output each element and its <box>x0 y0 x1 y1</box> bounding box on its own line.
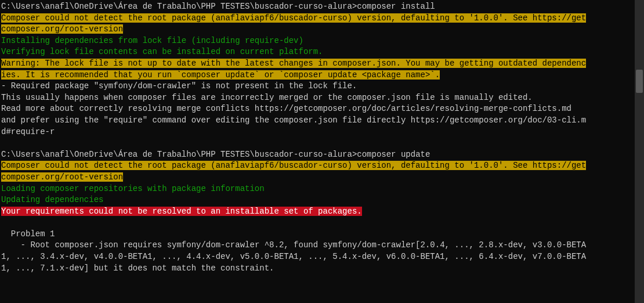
terminal-text-segment: This usually happens when composer files… <box>1 93 533 102</box>
scrollbar-thumb[interactable] <box>636 70 643 93</box>
terminal-text-segment: composer.org/root-version <box>1 172 123 182</box>
terminal-line: Updating dependencies <box>1 194 634 206</box>
terminal-line: composer.org/root-version <box>1 172 634 183</box>
terminal-text-segment: ies. It is recommended that you run `com… <box>1 70 440 80</box>
terminal-text-segment: 1, ..., 7.1.x-dev] but it does not match… <box>1 264 274 273</box>
terminal-text-segment: Warning: The lock file is not up to date… <box>1 59 586 68</box>
terminal-line: ies. It is recommended that you run `com… <box>1 70 634 81</box>
terminal-line: C:\Users\anafl\OneDrive\Área de Trabalho… <box>1 1 634 13</box>
terminal-line: Read more about correctly resolving merg… <box>1 103 634 115</box>
terminal-line: - Root composer.json requires symfony/do… <box>1 240 634 251</box>
terminal-line: Installing dependencies from lock file (… <box>1 35 634 47</box>
terminal-text-segment: - Root composer.json requires symfony/do… <box>1 240 586 250</box>
terminal-text-segment: Problem 1 <box>1 229 55 239</box>
terminal-text-segment: Composer could not detect the root packa… <box>1 13 586 23</box>
terminal-output[interactable]: C:\Users\anafl\OneDrive\Área de Trabalho… <box>0 1 644 274</box>
terminal-line: Verifying lock file contents can be inst… <box>1 46 634 58</box>
terminal-line: 1, ..., 7.1.x-dev] but it does not match… <box>1 263 634 275</box>
terminal-text-segment: d#require-r <box>1 127 55 136</box>
terminal-text-segment: Read more about correctly resolving merg… <box>1 104 571 113</box>
terminal-text-segment: C:\Users\anafl\OneDrive\Área de Trabalho… <box>1 150 357 159</box>
terminal-line: Loading composer repositories with packa… <box>1 183 634 195</box>
terminal-line: d#require-r <box>1 127 634 138</box>
terminal-line <box>1 217 634 229</box>
terminal-line: and prefer using the "require" command o… <box>1 115 634 127</box>
terminal-line <box>1 138 634 149</box>
terminal-text-segment: - Required package "symfony/dom-crawler"… <box>1 81 357 91</box>
terminal-line: 1, ..., 3.4.x-dev, v4.0.0-BETA1, ..., 4.… <box>1 251 634 263</box>
terminal-text-segment: composer update <box>357 150 430 159</box>
terminal-line: Problem 1 <box>1 229 634 240</box>
terminal-text-segment: and prefer using the "require" command o… <box>1 116 586 125</box>
vertical-scrollbar[interactable] <box>635 0 644 303</box>
terminal-line: - Required package "symfony/dom-crawler"… <box>1 81 634 92</box>
terminal-text-segment: Updating dependencies <box>1 195 103 204</box>
terminal-line: composer.org/root-version <box>1 24 634 35</box>
terminal-text-segment: composer install <box>357 2 435 11</box>
terminal-line: Warning: The lock file is not up to date… <box>1 58 634 70</box>
terminal-text-segment: Your requirements could not be resolved … <box>1 207 362 216</box>
terminal-text-segment: Loading composer repositories with packa… <box>1 184 265 193</box>
terminal-text-segment: composer.org/root-version <box>1 24 123 34</box>
terminal-line: Composer could not detect the root packa… <box>1 160 634 172</box>
terminal-text-segment <box>1 218 6 227</box>
terminal-line: C:\Users\anafl\OneDrive\Área de Trabalho… <box>1 149 634 161</box>
terminal-text-segment: Composer could not detect the root packa… <box>1 161 586 170</box>
terminal-text-segment: Verifying lock file contents can be inst… <box>1 47 323 56</box>
terminal-line: Composer could not detect the root packa… <box>1 13 634 24</box>
terminal-line: This usually happens when composer files… <box>1 92 634 104</box>
terminal-text-segment: Installing dependencies from lock file (… <box>1 36 303 45</box>
terminal-text-segment <box>1 138 6 147</box>
terminal-text-segment: 1, ..., 3.4.x-dev, v4.0.0-BETA1, ..., 4.… <box>1 252 586 261</box>
terminal-text-segment: C:\Users\anafl\OneDrive\Área de Trabalho… <box>1 2 357 11</box>
terminal-line: Your requirements could not be resolved … <box>1 206 634 218</box>
